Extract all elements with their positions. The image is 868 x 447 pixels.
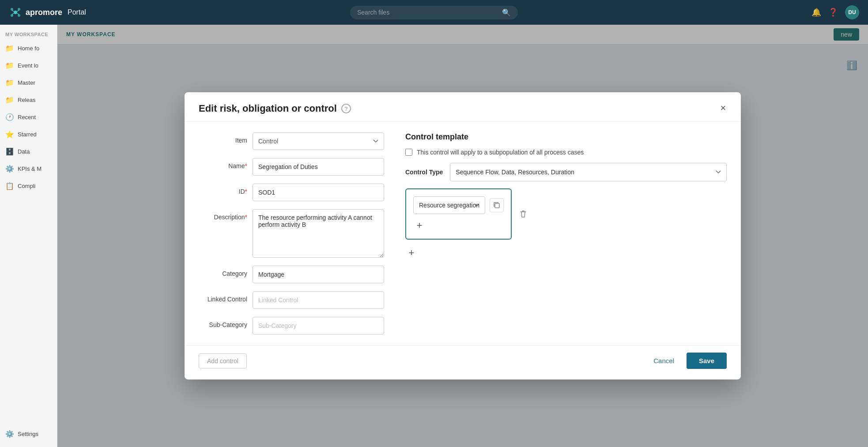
sidebar-item-settings[interactable]: ⚙️ Settings (0, 426, 57, 442)
svg-rect-9 (495, 203, 499, 208)
modal-footer: Add control Cancel Save (185, 345, 741, 379)
sidebar-item-master[interactable]: 📁 Master (0, 75, 57, 90)
description-textarea[interactable]: The resource performing activity A canno… (253, 209, 384, 258)
control-template-title: Control template (405, 132, 727, 142)
content-area: MY WORKSPACE new ℹ️ Edit risk, obligatio… (57, 25, 868, 447)
category-label: Category (199, 266, 247, 277)
sidebar-item-recent[interactable]: 🕐 Recent (0, 109, 57, 125)
category-input[interactable] (253, 266, 384, 283)
search-input[interactable] (357, 9, 498, 16)
subpopulation-label: This control will apply to a subpopulati… (417, 149, 584, 156)
linked-control-row: Linked Control (199, 291, 384, 309)
modal-body: Item Control Name* ID* (185, 122, 741, 345)
logo-text: apromore (26, 8, 62, 17)
workspace-section-label: MY WORKSPACE (0, 30, 57, 39)
save-button[interactable]: Save (687, 353, 727, 369)
clipboard-icon: 📋 (5, 182, 14, 190)
description-label: Description* (199, 209, 247, 221)
footer-right: Cancel Save (646, 353, 727, 369)
modal-header: Edit risk, obligation or control ? × (185, 92, 741, 122)
logo: apromore (9, 6, 62, 19)
linked-control-label: Linked Control (199, 291, 247, 303)
sidebar-item-label: Master (18, 79, 35, 86)
sidebar-item-label: Compli (18, 183, 35, 189)
svg-line-8 (17, 13, 19, 15)
sidebar-item-label: Recent (18, 114, 36, 120)
main-layout: MY WORKSPACE 📁 Home fo 📁 Event lo 📁 Mast… (0, 25, 868, 447)
sidebar: MY WORKSPACE 📁 Home fo 📁 Event lo 📁 Mast… (0, 25, 57, 447)
name-input[interactable] (253, 158, 384, 176)
modal-overlay: Edit risk, obligation or control ? × Ite… (57, 25, 868, 447)
folder-icon: 📁 (5, 61, 14, 70)
clock-icon: 🕐 (5, 113, 14, 121)
id-input[interactable] (253, 184, 384, 201)
control-type-select[interactable]: Sequence Flow, Data, Resources, Duration (450, 163, 727, 181)
cancel-button[interactable]: Cancel (646, 353, 681, 368)
sidebar-item-label: Releas (18, 97, 35, 103)
search-icon: 🔍 (502, 8, 511, 17)
item-label: Item (199, 132, 247, 144)
portal-label: Portal (68, 8, 86, 16)
sidebar-item-label: Settings (18, 431, 38, 437)
sidebar-item-label: KPIs & M (18, 165, 42, 172)
form-section: Item Control Name* ID* (199, 132, 384, 334)
linked-control-input[interactable] (253, 291, 384, 309)
trash-icon (519, 210, 528, 218)
id-label: ID* (199, 184, 247, 195)
sidebar-item-starred[interactable]: ⭐ Starred (0, 127, 57, 142)
resource-segregation-select[interactable]: Resource segregation (413, 196, 485, 214)
topbar: apromore Portal 🔍 🔔 ❓ DU (0, 0, 868, 25)
subpopulation-checkbox-row: This control will apply to a subpopulati… (405, 149, 727, 156)
control-type-label: Control Type (405, 169, 443, 176)
svg-line-6 (17, 10, 19, 11)
item-select[interactable]: Control (253, 132, 384, 150)
sidebar-item-label: Home fo (18, 45, 39, 52)
bell-icon[interactable]: 🔔 (811, 8, 821, 17)
modal-title: Edit risk, obligation or control (199, 103, 337, 114)
control-template-section: Control template This control will apply… (405, 132, 727, 334)
sidebar-item-compliance[interactable]: 📋 Compli (0, 178, 57, 194)
subpopulation-checkbox[interactable] (405, 149, 412, 156)
folder-icon: 📁 (5, 96, 14, 104)
outer-add-button[interactable]: + (405, 247, 418, 259)
item-row: Item Control (199, 132, 384, 150)
sidebar-item-data[interactable]: 🗄️ Data (0, 144, 57, 159)
id-row: ID* (199, 184, 384, 201)
gauge-icon: ⚙️ (5, 165, 14, 173)
sidebar-item-home[interactable]: 📁 Home fo (0, 41, 57, 56)
copy-btn[interactable] (490, 198, 504, 212)
svg-line-5 (12, 10, 14, 11)
control-type-row: Control Type Sequence Flow, Data, Resour… (405, 163, 727, 181)
gear-icon: ⚙️ (5, 430, 14, 438)
sub-category-label: Sub-Category (199, 317, 247, 328)
template-inner-row: Resource segregation (413, 196, 504, 214)
apromore-logo-icon (9, 6, 22, 19)
sidebar-item-event[interactable]: 📁 Event lo (0, 58, 57, 73)
sidebar-item-release[interactable]: 📁 Releas (0, 92, 57, 108)
category-row: Category (199, 266, 384, 283)
add-control-button[interactable]: Add control (199, 353, 247, 368)
folder-icon: 📁 (5, 79, 14, 87)
name-label: Name* (199, 158, 247, 169)
sub-category-row: Sub-Category (199, 317, 384, 334)
modal-help-icon[interactable]: ? (341, 104, 351, 113)
outer-trash-button[interactable] (516, 207, 530, 221)
help-icon[interactable]: ❓ (828, 8, 838, 17)
description-row: Description* The resource performing act… (199, 209, 384, 258)
sub-category-input[interactable] (253, 317, 384, 334)
sidebar-item-label: Event lo (18, 62, 38, 69)
inner-add-button[interactable]: + (413, 219, 426, 232)
search-bar[interactable]: 🔍 (350, 6, 518, 19)
template-box: Resource segregation + (405, 188, 512, 240)
modal-close-button[interactable]: × (716, 101, 730, 115)
topbar-right: 🔔 ❓ DU (811, 5, 859, 19)
svg-line-7 (12, 13, 14, 15)
folder-icon: 📁 (5, 44, 14, 53)
sidebar-item-kpis[interactable]: ⚙️ KPIs & M (0, 161, 57, 177)
avatar[interactable]: DU (845, 5, 859, 19)
sidebar-item-label: Starred (18, 131, 37, 138)
name-row: Name* (199, 158, 384, 176)
sidebar-item-label: Data (18, 148, 30, 155)
star-icon: ⭐ (5, 130, 14, 139)
copy-icon (493, 202, 500, 209)
